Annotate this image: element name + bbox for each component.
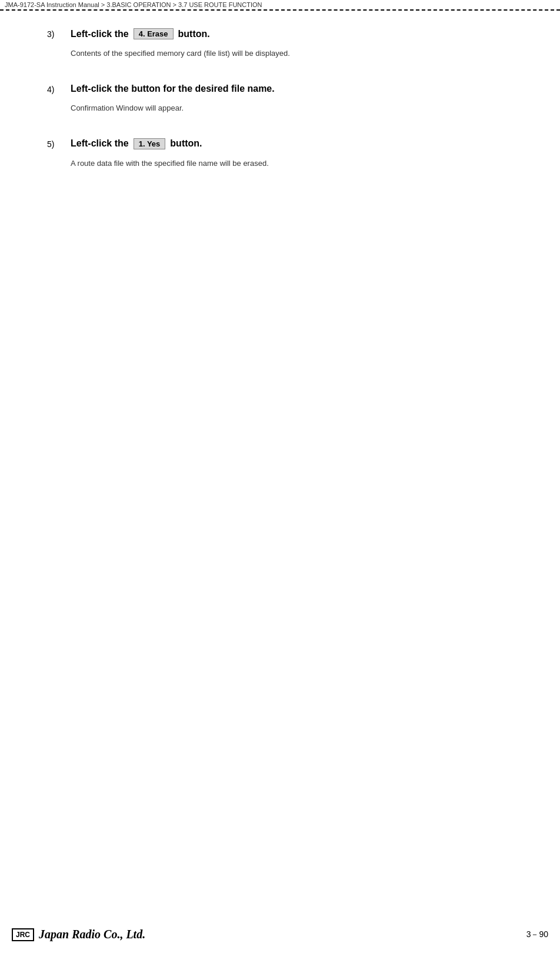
step-4-heading-text: Left-click the button for the desired fi… <box>71 84 275 94</box>
step-4-description: Confirmation Window will appear. <box>71 102 525 115</box>
step-5-heading-after: button. <box>170 138 202 149</box>
step-3-heading: Left-click the 4. Erase button. <box>71 28 525 39</box>
step-4-number: 4) <box>47 84 71 94</box>
footer: JRC Japan Radio Co., Ltd. 3－90 <box>0 928 560 941</box>
step-3-number: 3) <box>47 28 71 39</box>
erase-button-inline: 4. Erase <box>134 28 174 39</box>
breadcrumb: JMA-9172-SA Instruction Manual > 3.BASIC… <box>0 0 560 9</box>
step-5-heading-before: Left-click the <box>71 138 129 149</box>
step-4-body: Left-click the button for the desired fi… <box>71 84 525 115</box>
step-5-number: 5) <box>47 138 71 149</box>
step-3-description: Contents of the specified memory card (f… <box>71 48 525 60</box>
step-5-heading: Left-click the 1. Yes button. <box>71 138 525 149</box>
step-4: 4) Left-click the button for the desired… <box>47 84 525 115</box>
company-name: Japan Radio Co., Ltd. <box>39 928 145 941</box>
yes-button-inline: 1. Yes <box>134 138 166 149</box>
step-5-body: Left-click the 1. Yes button. A route da… <box>71 138 525 170</box>
company-logo: JRC Japan Radio Co., Ltd. <box>12 928 145 941</box>
page-number: 3－90 <box>526 929 548 940</box>
step-5: 5) Left-click the 1. Yes button. A route… <box>47 138 525 170</box>
step-3-heading-before: Left-click the <box>71 29 129 39</box>
step-3-heading-after: button. <box>178 29 210 39</box>
jrc-label: JRC <box>12 928 34 941</box>
main-content: 3) Left-click the 4. Erase button. Conte… <box>0 11 560 240</box>
step-3-body: Left-click the 4. Erase button. Contents… <box>71 28 525 60</box>
step-5-description: A route data file with the specified fil… <box>71 158 525 170</box>
step-3: 3) Left-click the 4. Erase button. Conte… <box>47 28 525 60</box>
step-4-heading: Left-click the button for the desired fi… <box>71 84 525 94</box>
